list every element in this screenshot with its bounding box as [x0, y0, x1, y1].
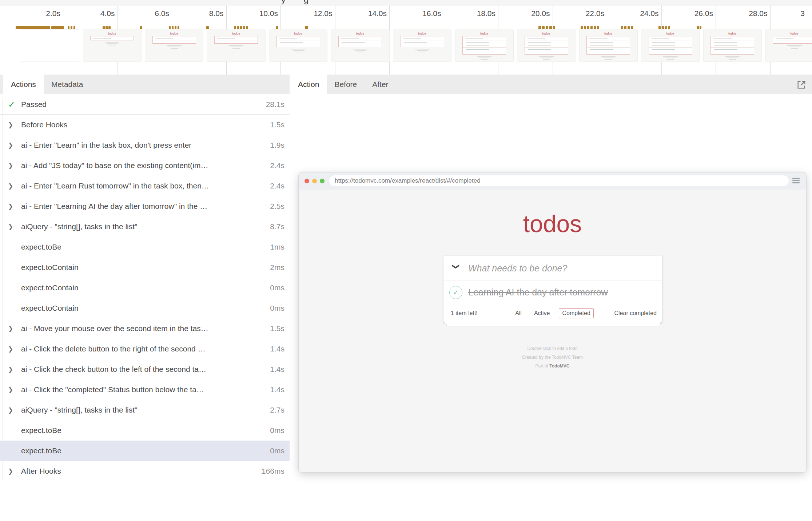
action-row[interactable]: ai - Enter "Learn" in the task box, don'…: [0, 135, 290, 155]
action-row[interactable]: Passed 28.1s: [0, 94, 290, 115]
browser-chrome: https://todomvc.com/examples/react/dist/…: [299, 172, 806, 190]
panel-tab[interactable]: After: [365, 75, 396, 94]
timeline-action-marker: [597, 26, 599, 29]
timeline-action-marker: [178, 26, 179, 29]
clear-completed-button[interactable]: Clear completed: [614, 310, 657, 317]
filmstrip-thumbnail[interactable]: todos: [331, 29, 390, 62]
filmstrip-thumbnail[interactable]: todos: [703, 29, 762, 62]
filmstrip-thumbnail[interactable]: todos: [765, 29, 812, 62]
timeline-action-marker: [246, 26, 248, 29]
filmstrip-thumbnail[interactable]: todos: [145, 29, 203, 62]
row-expand-icon: [8, 121, 21, 129]
row-expand-icon: [8, 202, 21, 210]
filmstrip-thumbnail[interactable]: todos: [455, 29, 514, 62]
timeline-action-marker: [621, 26, 623, 29]
mini-todos-title: todos: [455, 32, 513, 35]
panel-tab[interactable]: Action: [290, 75, 327, 94]
action-row[interactable]: expect.toBe 1ms: [0, 237, 290, 257]
action-row[interactable]: ai - Add "JS today" to base on the exist…: [0, 155, 290, 176]
todo-check-icon[interactable]: [449, 286, 462, 299]
action-row[interactable]: ai - Click the check button to the left …: [0, 359, 290, 379]
filter-button[interactable]: Active: [531, 308, 553, 318]
action-label: expect.toBe: [21, 446, 266, 455]
timeline-action-marker: [624, 26, 626, 29]
todomvc-brand: TodoMVC: [549, 363, 569, 369]
filmstrip-thumbnail[interactable]: todos: [393, 29, 451, 62]
timeline-action-marker: [172, 26, 174, 29]
row-expand-icon: [8, 365, 21, 373]
mini-todos-title: todos: [704, 32, 761, 35]
action-duration: 0ms: [266, 304, 284, 313]
timeline-action-marker: [658, 26, 661, 29]
panel-tab[interactable]: Before: [327, 75, 365, 94]
action-label: expect.toBe: [21, 426, 266, 435]
timeline-action-marker: [553, 26, 555, 29]
timeline-action-marker: [700, 26, 701, 29]
action-row[interactable]: expect.toContain 0ms: [0, 278, 290, 298]
timeline-action-marker: [169, 26, 171, 29]
timeline-action-marker: [237, 26, 239, 29]
action-row[interactable]: ai - Enter "Learn Rust tomorrow" in the …: [0, 176, 290, 196]
action-duration: 1.5s: [266, 120, 284, 129]
panel-tab[interactable]: Metadata: [44, 75, 91, 94]
action-row[interactable]: Before Hooks 1.5s: [0, 115, 290, 135]
filmstrip-thumbnail[interactable]: todos: [579, 29, 638, 62]
card-stack-decoration: [443, 322, 662, 326]
filter-button[interactable]: All: [512, 308, 525, 318]
mini-todos-title: todos: [393, 32, 451, 35]
timeline-action-marker: [106, 26, 108, 29]
row-expand-icon: [8, 406, 21, 414]
action-row[interactable]: ai - Enter "Learning AI the day after to…: [0, 196, 290, 216]
action-duration: 1.4s: [266, 365, 284, 374]
toggle-all-chevron-down-icon[interactable]: [452, 263, 461, 273]
row-expand-icon: [8, 223, 21, 231]
row-expand-icon: [8, 467, 21, 475]
timeline-action-marker: [68, 26, 69, 29]
timeline-action-marker: [240, 26, 242, 29]
filmstrip-thumbnail[interactable]: todos: [517, 29, 576, 62]
action-duration: 166ms: [257, 467, 284, 476]
row-expand-icon: [8, 345, 21, 353]
mini-todos-title: todos: [331, 32, 389, 35]
filter-button[interactable]: Completed: [559, 308, 593, 318]
new-todo-row: What needs to be done?: [443, 256, 662, 281]
action-row[interactable]: ai - Click the "completed" Status button…: [0, 379, 290, 400]
left-panel-tabbar: Actions Metadata: [0, 75, 290, 94]
timeline-action-marker: [631, 26, 633, 29]
row-expand-icon: [8, 325, 21, 333]
clipped-title-fragment: g: [304, 0, 309, 5]
action-row[interactable]: aiQuery - "string[], tasks in the list" …: [0, 216, 290, 237]
url-bar: https://todomvc.com/examples/react/dist/…: [329, 175, 789, 186]
action-row[interactable]: expect.toContain 0ms: [0, 298, 290, 318]
action-duration: 0ms: [266, 283, 284, 292]
todo-item-text: Learning AI the day after tomorrow: [468, 287, 608, 298]
filmstrip-thumbnail[interactable]: todos: [83, 29, 142, 62]
action-row[interactable]: expect.toContain 2ms: [0, 257, 290, 278]
panel-tab[interactable]: Actions: [3, 75, 44, 94]
action-duration: 1.4s: [266, 385, 284, 394]
new-todo-input[interactable]: What needs to be done?: [468, 263, 567, 274]
action-label: expect.toContain: [21, 283, 266, 292]
filmstrip-thumbnail[interactable]: todos: [207, 29, 266, 62]
action-duration: 1ms: [266, 243, 284, 251]
mini-todos-title: todos: [765, 32, 812, 35]
open-snapshot-button[interactable]: [796, 79, 807, 90]
action-label: expect.toBe: [21, 243, 266, 251]
action-row[interactable]: ai - Click the delete button to the righ…: [0, 339, 290, 359]
timeline-action-marker: [140, 26, 142, 29]
filmstrip-thumbnail[interactable]: todos: [21, 29, 79, 62]
filmstrip-thumbnail[interactable]: todos: [269, 29, 327, 62]
timeline[interactable]: 2.0s 4.0s 6.0s 8.0s 10.0s 12.0s 14.0s 16…: [0, 5, 812, 75]
action-row[interactable]: expect.toBe 0ms: [0, 441, 290, 461]
mini-todos-title: todos: [207, 32, 265, 35]
action-row[interactable]: aiQuery - "string[], tasks in the list" …: [0, 400, 290, 420]
todo-item-row: Learning AI the day after tomorrow: [443, 281, 662, 304]
todomvc-app: todos What needs to be done? Learning AI…: [299, 190, 806, 472]
filmstrip: todos todos todos: [0, 29, 812, 62]
mini-todos-title: todos: [641, 32, 699, 35]
filmstrip-thumbnail[interactable]: todos: [641, 29, 700, 62]
action-row[interactable]: ai - Move your mouse over the second ite…: [0, 318, 290, 339]
action-row[interactable]: After Hooks 166ms: [0, 461, 290, 481]
minimize-traffic-light: [312, 179, 317, 183]
action-row[interactable]: expect.toBe 0ms: [0, 420, 290, 441]
